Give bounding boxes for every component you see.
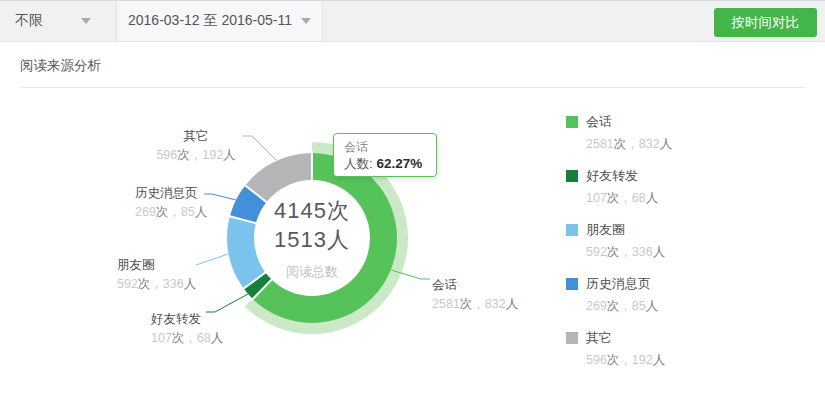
legend-item-lishixiaoxiye[interactable]: 历史消息页 269次，85人: [566, 277, 672, 331]
callout-haoyouzhuanfa: 好友转发 107次，68人: [151, 311, 223, 348]
chevron-down-icon: [81, 18, 91, 24]
tooltip-series: 会话: [344, 139, 426, 155]
compare-by-time-button[interactable]: 按时间对比: [714, 8, 818, 37]
callout-huihua: 会话 2581次，832人: [432, 277, 518, 314]
toolbar: 不限 2016-03-12 至 2016-05-11 按时间对比: [0, 0, 825, 42]
scope-filter-dropdown[interactable]: 不限: [0, 1, 116, 41]
leader-lines: [0, 0, 825, 400]
page-title: 阅读来源分析: [20, 57, 101, 75]
total-readers: 1513人: [274, 225, 350, 254]
section-divider: [20, 87, 805, 88]
legend: 会话 2581次，832人 好友转发 107次，68人 朋友圈 592次，336…: [566, 115, 672, 385]
donut-center: 4145次 1513人 阅读总数: [254, 180, 370, 296]
chart-tooltip: 会话 人数:62.27%: [333, 133, 437, 177]
legend-swatch: [566, 332, 578, 344]
legend-item-haoyouzhuanfa[interactable]: 好友转发 107次，68人: [566, 169, 672, 223]
total-label: 阅读总数: [286, 263, 338, 281]
tooltip-value: 62.27%: [376, 156, 422, 171]
legend-item-pengyouquan[interactable]: 朋友圈 592次，336人: [566, 223, 672, 277]
total-reads: 4145次: [274, 196, 350, 225]
legend-item-qita[interactable]: 其它 596次，192人: [566, 331, 672, 385]
legend-swatch: [566, 278, 578, 290]
chevron-down-icon: [301, 18, 311, 24]
date-range-dropdown[interactable]: 2016-03-12 至 2016-05-11: [116, 1, 323, 41]
legend-swatch: [566, 170, 578, 182]
tooltip-metric: 人数:: [344, 157, 372, 171]
scope-filter-value: 不限: [15, 12, 43, 30]
legend-swatch: [566, 116, 578, 128]
legend-item-huihua[interactable]: 会话 2581次，832人: [566, 115, 672, 169]
callout-pengyouquan: 朋友圈 592次，336人: [117, 257, 196, 294]
date-range-value: 2016-03-12 至 2016-05-11: [128, 12, 292, 30]
callout-lishixiaoxiye: 历史消息页 269次，85人: [135, 185, 207, 222]
legend-swatch: [566, 224, 578, 236]
callout-qita: 其它 596次，192人: [146, 128, 246, 165]
